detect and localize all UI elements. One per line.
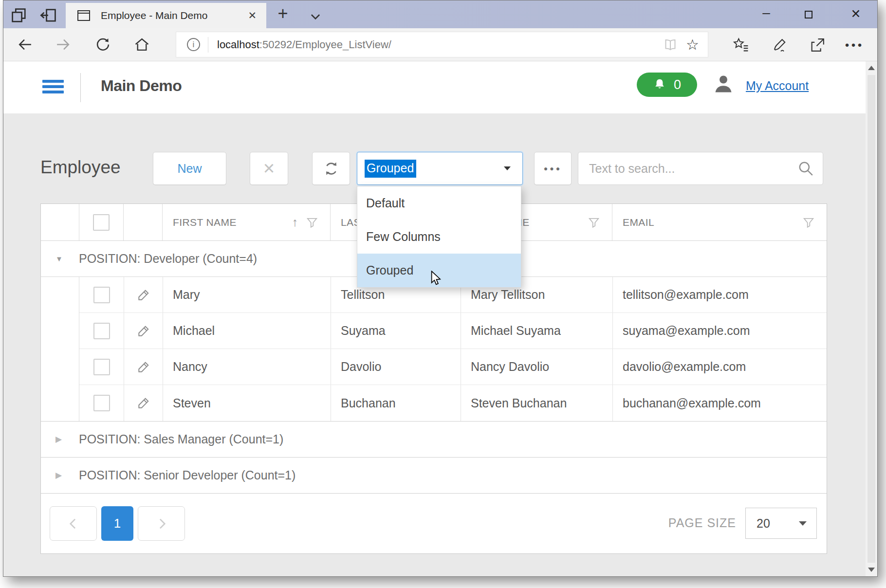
view-option-default[interactable]: Default xyxy=(357,186,521,220)
browser-tab[interactable]: Employee - Main Demo ✕ xyxy=(66,3,266,28)
sort-ascending-icon[interactable]: ↑ xyxy=(292,215,298,229)
column-header-email[interactable]: EMAIL xyxy=(612,204,827,240)
home-icon[interactable] xyxy=(134,37,150,53)
filter-icon[interactable] xyxy=(306,216,318,229)
app-title: Main Demo xyxy=(101,77,182,95)
cell-full-name: Steven Buchanan xyxy=(461,385,612,421)
next-page-button[interactable] xyxy=(138,506,185,541)
previous-page-button[interactable] xyxy=(50,506,97,541)
close-window-button[interactable]: ✕ xyxy=(843,0,869,28)
collapse-group-icon[interactable]: ▼ xyxy=(55,255,66,263)
page-1-button[interactable]: 1 xyxy=(101,506,133,541)
page-size-selector[interactable]: 20 xyxy=(745,508,817,539)
expand-group-icon[interactable]: ▶ xyxy=(55,434,66,444)
select-all-checkbox[interactable] xyxy=(93,214,110,231)
edit-pencil-icon[interactable] xyxy=(137,396,150,410)
cell-first-name: Nancy xyxy=(163,349,331,385)
refresh-icon xyxy=(323,161,339,177)
expand-group-icon[interactable]: ▶ xyxy=(55,470,66,480)
address-bar[interactable]: i localhost:50292/Employee_ListView/ ☆ xyxy=(176,32,708,57)
edit-pencil-icon[interactable] xyxy=(137,288,150,302)
search-icon[interactable] xyxy=(797,160,814,177)
reading-view-icon[interactable] xyxy=(663,37,678,53)
more-commands-button[interactable]: ●●● xyxy=(534,152,572,185)
app-header: Main Demo 0 My Account xyxy=(3,61,877,113)
url-divider xyxy=(208,37,208,53)
scrollbar-thumb[interactable] xyxy=(868,75,875,563)
table-row[interactable]: Steven Buchanan Steven Buchanan buchanan… xyxy=(79,385,827,421)
row-checkbox[interactable] xyxy=(93,395,110,411)
tab-list-chevron-icon[interactable] xyxy=(309,10,322,23)
select-all-cell xyxy=(79,204,123,240)
filter-icon[interactable] xyxy=(802,216,815,229)
cell-first-name: Steven xyxy=(163,385,331,421)
reload-icon[interactable] xyxy=(95,37,111,53)
header-divider xyxy=(80,73,81,102)
group-rows-container: Mary Tellitson Mary Tellitson tellitson@… xyxy=(79,277,827,421)
cell-full-name: Nancy Davolio xyxy=(461,349,612,385)
refresh-button[interactable] xyxy=(312,152,350,185)
set-aside-tabs-icon[interactable] xyxy=(10,6,28,25)
group-row-senior-developer[interactable]: ▶ POSITION: Senior Developer (Count=1) xyxy=(41,457,827,493)
web-note-pen-icon[interactable] xyxy=(772,37,789,54)
cell-first-name: Mary xyxy=(163,277,331,312)
bell-icon xyxy=(653,78,666,92)
my-account-link[interactable]: My Account xyxy=(746,79,809,93)
search-input[interactable] xyxy=(578,162,797,176)
new-button[interactable]: New xyxy=(153,152,226,185)
cell-email: tellitson@example.com xyxy=(612,277,827,312)
site-info-icon[interactable]: i xyxy=(187,38,200,51)
edit-column-header xyxy=(123,204,162,240)
tab-close-icon[interactable]: ✕ xyxy=(248,10,257,21)
chevron-left-icon xyxy=(66,516,81,531)
notifications-button[interactable]: 0 xyxy=(637,73,697,97)
view-option-few-columns[interactable]: Few Columns xyxy=(357,220,521,254)
new-tab-button[interactable]: + xyxy=(272,0,294,28)
share-icon[interactable] xyxy=(809,37,826,54)
pagination-bar: 1 PAGE SIZE 20 xyxy=(41,493,827,553)
favorites-hub-icon[interactable] xyxy=(732,37,749,54)
row-checkbox[interactable] xyxy=(93,359,110,375)
table-row[interactable]: Nancy Davolio Nancy Davolio davolio@exam… xyxy=(79,349,827,385)
browser-navbar: i localhost:50292/Employee_ListView/ ☆ ●… xyxy=(3,28,877,61)
scroll-up-icon[interactable] xyxy=(868,66,875,70)
favorite-star-icon[interactable]: ☆ xyxy=(686,37,699,52)
cell-first-name: Michael xyxy=(163,313,331,349)
url-path: :50292/Employee_ListView/ xyxy=(259,38,391,51)
cell-last-name: Suyama xyxy=(331,313,461,349)
url-text: localhost:50292/Employee_ListView/ xyxy=(217,38,391,51)
cell-last-name: Buchanan xyxy=(331,385,461,421)
view-variant-selector[interactable]: Grouped xyxy=(357,152,523,185)
vertical-scrollbar[interactable] xyxy=(866,61,877,576)
filter-icon[interactable] xyxy=(588,216,600,229)
user-avatar-icon[interactable] xyxy=(712,73,735,96)
forward-icon[interactable] xyxy=(55,37,71,53)
web-page: Main Demo 0 My Account Employee New ✕ Gr… xyxy=(3,61,877,576)
menu-hamburger-icon[interactable] xyxy=(42,80,64,96)
row-checkbox[interactable] xyxy=(93,323,110,339)
cell-full-name: Michael Suyama xyxy=(461,313,612,349)
combo-caret-icon[interactable] xyxy=(504,166,511,170)
page-size-caret-icon[interactable] xyxy=(799,521,807,526)
table-row[interactable]: Michael Suyama Michael Suyama suyama@exa… xyxy=(79,313,827,349)
scroll-down-icon[interactable] xyxy=(868,568,875,572)
view-variant-value: Grouped xyxy=(365,160,416,178)
minimize-button[interactable]: – xyxy=(753,0,779,28)
back-icon[interactable] xyxy=(17,37,33,53)
browser-titlebar: Employee - Main Demo ✕ + – ✕ xyxy=(3,0,877,28)
row-checkbox[interactable] xyxy=(93,287,110,303)
search-box[interactable] xyxy=(578,152,823,185)
maximize-button[interactable] xyxy=(805,11,812,18)
edit-pencil-icon[interactable] xyxy=(137,324,150,338)
restore-tabs-icon[interactable] xyxy=(39,6,58,25)
page-size-value: 20 xyxy=(746,516,770,531)
url-host: localhost xyxy=(217,38,259,51)
browser-window: Employee - Main Demo ✕ + – ✕ i localhost… xyxy=(3,0,878,577)
delete-button[interactable]: ✕ xyxy=(250,152,288,185)
column-header-first-name[interactable]: FIRST NAME ↑ xyxy=(162,204,330,240)
edit-pencil-icon[interactable] xyxy=(137,360,150,374)
group-row-sales-manager[interactable]: ▶ POSITION: Sales Manager (Count=1) xyxy=(41,421,827,457)
cell-last-name: Davolio xyxy=(331,349,461,385)
more-options-icon[interactable]: ●●● xyxy=(843,35,866,55)
page-title: Employee xyxy=(40,157,121,178)
